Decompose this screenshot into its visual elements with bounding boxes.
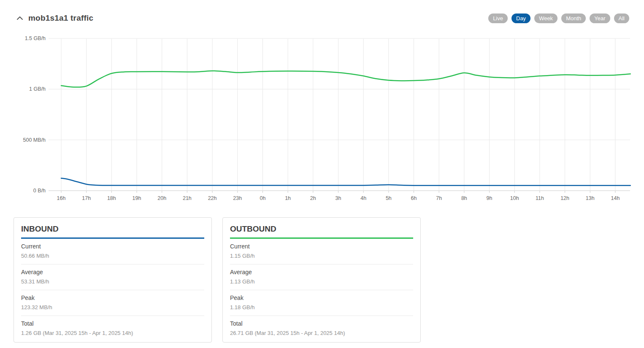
stat-label-current: Current (21, 243, 204, 250)
stat-label-current: Current (230, 243, 413, 250)
stats-cards: INBOUND Current 50.66 MB/h Average 53.31… (0, 217, 644, 343)
svg-text:0 B/h: 0 B/h (33, 188, 46, 194)
inbound-card: INBOUND Current 50.66 MB/h Average 53.31… (14, 217, 212, 343)
time-range-group: Live Day Week Month Year All (488, 13, 629, 23)
svg-text:19h: 19h (133, 195, 141, 201)
svg-text:20h: 20h (157, 195, 166, 201)
stat-label-average: Average (21, 269, 204, 275)
collapse-section-button[interactable] (16, 15, 24, 21)
svg-text:12h: 12h (560, 195, 569, 201)
stat-value-average: 53.31 MB/h (21, 278, 204, 285)
stat-value-peak: 1.18 GB/h (230, 304, 413, 310)
range-button-year[interactable]: Year (590, 13, 610, 23)
stat-label-total: Total (230, 320, 413, 327)
range-button-week[interactable]: Week (534, 13, 557, 23)
stat-label-peak: Peak (230, 294, 413, 301)
svg-text:14h: 14h (611, 195, 620, 201)
svg-text:5h: 5h (386, 195, 392, 201)
svg-text:13h: 13h (586, 195, 595, 201)
stat-row: Average 1.13 GB/h (230, 264, 413, 290)
stat-label-total: Total (21, 320, 204, 327)
svg-text:1.5 GB/h: 1.5 GB/h (25, 35, 46, 41)
svg-text:17h: 17h (82, 195, 91, 201)
svg-text:9h: 9h (487, 195, 492, 201)
stat-row: Current 50.66 MB/h (21, 239, 204, 264)
stat-value-current: 1.15 GB/h (230, 253, 413, 259)
stat-label-peak: Peak (21, 294, 204, 301)
svg-text:22h: 22h (208, 195, 217, 201)
stat-row: Peak 1.18 GB/h (230, 290, 413, 316)
range-button-live[interactable]: Live (488, 13, 508, 23)
stat-value-average: 1.13 GB/h (230, 278, 413, 285)
inbound-card-title: INBOUND (21, 224, 204, 239)
svg-text:4h: 4h (360, 195, 366, 201)
svg-text:7h: 7h (436, 195, 442, 201)
inbound-series-line (61, 178, 630, 185)
svg-text:18h: 18h (107, 195, 116, 201)
outbound-card: OUTBOUND Current 1.15 GB/h Average 1.13 … (222, 217, 421, 343)
stat-value-total: 26.71 GB (Mar 31, 2025 15h - Apr 1, 2025… (230, 330, 413, 336)
svg-text:6h: 6h (411, 195, 417, 201)
svg-text:23h: 23h (233, 195, 242, 201)
traffic-chart-section: 1.5 GB/h1 GB/h500 MB/h0 B/h16h17h18h19h2… (0, 33, 644, 206)
page-title: mob1s1a1 traffic (28, 13, 93, 23)
stat-row: Average 53.31 MB/h (21, 264, 204, 290)
svg-text:3h: 3h (336, 195, 341, 201)
range-button-month[interactable]: Month (561, 13, 586, 23)
svg-text:0h: 0h (260, 195, 265, 201)
svg-text:1 GB/h: 1 GB/h (29, 86, 46, 92)
svg-text:11h: 11h (536, 195, 544, 201)
svg-text:500 MB/h: 500 MB/h (23, 137, 46, 143)
stat-row: Total 26.71 GB (Mar 31, 2025 15h - Apr 1… (230, 316, 413, 341)
outbound-card-title: OUTBOUND (230, 224, 413, 239)
svg-text:8h: 8h (461, 195, 467, 201)
outbound-series-line (61, 71, 630, 87)
stat-row: Current 1.15 GB/h (230, 239, 413, 264)
stat-row: Peak 123.32 MB/h (21, 290, 204, 316)
stat-value-peak: 123.32 MB/h (21, 304, 204, 310)
stat-value-current: 50.66 MB/h (21, 253, 204, 259)
svg-text:1h: 1h (285, 195, 291, 201)
stat-label-average: Average (230, 269, 413, 275)
svg-text:2h: 2h (310, 195, 316, 201)
range-button-day[interactable]: Day (511, 13, 530, 23)
stat-value-total: 1.26 GB (Mar 31, 2025 15h - Apr 1, 2025 … (21, 330, 204, 336)
svg-text:16h: 16h (57, 195, 66, 201)
svg-text:21h: 21h (183, 195, 192, 201)
traffic-chart[interactable]: 1.5 GB/h1 GB/h500 MB/h0 B/h16h17h18h19h2… (0, 33, 644, 206)
svg-text:10h: 10h (510, 195, 519, 201)
stat-row: Total 1.26 GB (Mar 31, 2025 15h - Apr 1,… (21, 316, 204, 341)
chevron-up-icon (16, 16, 23, 20)
range-button-all[interactable]: All (614, 13, 629, 23)
page-header: mob1s1a1 traffic Live Day Week Month Yea… (0, 0, 644, 23)
